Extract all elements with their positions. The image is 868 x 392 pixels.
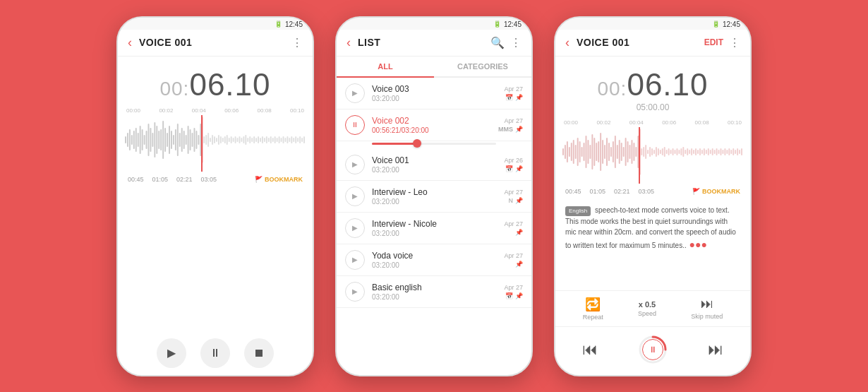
- svg-rect-8: [142, 129, 143, 150]
- svg-rect-54: [237, 138, 239, 142]
- svg-rect-151: [695, 148, 697, 155]
- bookmark-time-2: 01:05: [152, 176, 169, 183]
- list-item-nicole[interactable]: ▶ Interview - Nicole 03:20:00 Apr 27 📌: [337, 213, 531, 244]
- bookmark-text-3: BOOKMARK: [702, 188, 740, 195]
- svg-rect-146: [685, 150, 686, 154]
- tab-all[interactable]: ALL: [337, 57, 434, 78]
- play-btn-basic[interactable]: ▶: [345, 282, 365, 302]
- rewind-btn-3[interactable]: ⏮: [582, 340, 598, 359]
- bookmark-label-1: 🚩 BOOKMARK: [255, 176, 303, 183]
- play-btn-leo[interactable]: ▶: [345, 186, 365, 206]
- svg-rect-14: [154, 122, 155, 158]
- stop-button-1[interactable]: ⏹: [244, 338, 274, 368]
- svg-rect-60: [249, 136, 251, 143]
- svg-rect-147: [687, 148, 688, 155]
- transcript-text: English speech-to-text mode converts voi…: [565, 205, 740, 252]
- play-button-1[interactable]: ▶: [157, 338, 186, 368]
- svg-rect-68: [266, 136, 267, 143]
- list-item-yoda[interactable]: ▶ Yoda voice 03:20:00 Apr 27 📌: [337, 244, 531, 276]
- svg-rect-165: [724, 148, 725, 155]
- svg-rect-132: [656, 147, 657, 157]
- status-bar-1: 🔋 12:45: [118, 18, 313, 30]
- list-meta-leo: Apr 27 N 📌: [504, 189, 523, 204]
- play-btn-001[interactable]: ▶: [345, 155, 365, 174]
- repeat-control[interactable]: 🔁 Repeat: [583, 297, 603, 321]
- svg-rect-65: [260, 138, 261, 142]
- svg-rect-78: [287, 136, 288, 143]
- calendar-icon-003: 📅: [505, 94, 513, 101]
- title-3: VOICE 001: [577, 37, 699, 48]
- speed-value: x 0.5: [639, 300, 656, 309]
- svg-rect-67: [264, 138, 265, 142]
- more-icon-3[interactable]: ⋮: [729, 36, 740, 49]
- svg-rect-130: [651, 148, 653, 155]
- svg-rect-118: [627, 141, 629, 162]
- list-meta-basic: Apr 27 📅 📌: [504, 284, 523, 299]
- svg-rect-167: [728, 148, 730, 155]
- bookmark-time-4: 03:05: [201, 176, 217, 183]
- svg-rect-114: [619, 140, 620, 164]
- play-btn-003[interactable]: ▶: [345, 83, 365, 103]
- forward-btn-3[interactable]: ⏭: [708, 340, 723, 359]
- svg-rect-87: [562, 148, 564, 155]
- svg-rect-33: [193, 128, 195, 152]
- svg-rect-98: [585, 136, 586, 168]
- list-info-001: Voice 001 03:20:00: [372, 155, 497, 174]
- play-btn-002[interactable]: ⏸: [345, 115, 365, 135]
- svg-rect-53: [235, 136, 236, 143]
- speed-controls: 🔁 Repeat x 0.5 Speed ⏭ Skip muted: [555, 290, 750, 326]
- svg-rect-20: [167, 133, 168, 147]
- back-button-3[interactable]: ‹: [565, 35, 569, 50]
- svg-rect-72: [275, 136, 276, 143]
- svg-rect-120: [631, 140, 632, 164]
- svg-rect-27: [181, 128, 183, 152]
- progress-thumb-002[interactable]: [413, 139, 421, 148]
- waveform-1: 00:00 00:02 00:04 00:06 00:08 00:10: [118, 106, 313, 172]
- svg-rect-70: [270, 136, 272, 143]
- edit-button-3[interactable]: EDIT: [704, 37, 723, 47]
- list-item-basic[interactable]: ▶ Basic english 03:20:00 Apr 27 📅 📌: [337, 276, 531, 308]
- play-btn-yoda[interactable]: ▶: [345, 250, 365, 270]
- list-item-leo[interactable]: ▶ Interview - Leo 03:20:00 Apr 27 N 📌: [337, 181, 531, 213]
- svg-rect-46: [220, 136, 222, 143]
- playhead-1: [201, 115, 203, 172]
- svg-rect-57: [243, 136, 244, 143]
- back-button-2[interactable]: ‹: [346, 35, 351, 50]
- bookmark-flag-icon: 🚩: [255, 176, 263, 183]
- speed-control[interactable]: x 0.5 Speed: [638, 300, 656, 317]
- skip-muted-control[interactable]: ⏭ Skip muted: [691, 297, 723, 320]
- svg-rect-15: [156, 126, 157, 154]
- list-info-leo: Interview - Leo 03:20:00: [372, 187, 497, 206]
- play-btn-nicole[interactable]: ▶: [345, 218, 365, 238]
- pause-button-1[interactable]: ⏸: [200, 338, 230, 368]
- bookmarks-1: 00:45 01:05 02:21 03:05 🚩 BOOKMARK: [118, 172, 313, 187]
- search-icon-2[interactable]: 🔍: [490, 36, 505, 49]
- more-icon-2[interactable]: ⋮: [510, 36, 522, 49]
- svg-rect-140: [673, 148, 674, 155]
- svg-rect-74: [279, 136, 280, 143]
- more-icon-1[interactable]: ⋮: [291, 36, 303, 49]
- svg-rect-150: [693, 150, 694, 154]
- list-item-playing[interactable]: ⏸ Voice 002 00:56:21/03:20:00 Apr 27 MMS…: [337, 109, 531, 141]
- bm-time-3-1: 00:45: [565, 188, 581, 195]
- svg-rect-97: [584, 143, 585, 161]
- svg-rect-131: [653, 150, 655, 154]
- svg-rect-155: [704, 148, 705, 155]
- svg-rect-2: [129, 129, 131, 150]
- back-button-1[interactable]: ‹: [128, 35, 132, 50]
- tab-categories[interactable]: CATEGORIES: [434, 57, 531, 78]
- n-icon-leo: N: [509, 197, 514, 204]
- svg-rect-162: [718, 150, 720, 154]
- svg-rect-21: [169, 126, 170, 154]
- list-info-nicole: Interview - Nicole 03:20:00: [372, 219, 497, 237]
- svg-rect-127: [645, 145, 646, 159]
- svg-rect-49: [227, 135, 228, 145]
- time-2: 12:45: [504, 20, 522, 28]
- mms-badge-002: MMS: [498, 126, 513, 133]
- svg-rect-4: [133, 131, 135, 149]
- list-item[interactable]: ▶ Voice 003 03:20:00 Apr 27 📅 📌: [337, 78, 531, 109]
- list-item-001[interactable]: ▶ Voice 001 03:20:00 Apr 26 📅 📌: [337, 149, 531, 181]
- header-2: ‹ LIST 🔍 ⋮: [337, 30, 531, 57]
- svg-rect-7: [140, 126, 141, 154]
- svg-rect-6: [138, 133, 139, 147]
